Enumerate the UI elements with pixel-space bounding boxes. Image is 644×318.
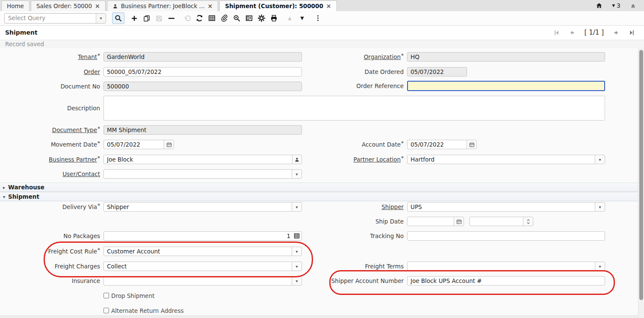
status-message: Record saved: [5, 41, 44, 47]
chevron-down-icon[interactable]: ▾: [595, 262, 605, 271]
delete-record-button[interactable]: [165, 13, 177, 24]
chevron-down-icon[interactable]: ▾: [292, 262, 302, 271]
vertical-scrollbar[interactable]: [638, 48, 644, 318]
section-warehouse[interactable]: ▸ Warehouse: [0, 183, 639, 192]
movement-date-label: Movement Date: [3, 140, 100, 149]
shipper-label[interactable]: Shipper: [305, 202, 404, 212]
detail-record-icon[interactable]: ▼: [296, 13, 308, 24]
print-icon[interactable]: [268, 13, 280, 24]
expanded-arrow-icon: ▾: [3, 194, 8, 199]
order-field[interactable]: [103, 67, 302, 77]
order-reference-field[interactable]: [407, 81, 605, 91]
section-shipment[interactable]: ▾ Shipment: [0, 192, 639, 201]
scrollbar-thumb[interactable]: [639, 50, 643, 300]
business-partner-label[interactable]: Business Partner: [3, 155, 100, 164]
zoom-across-icon[interactable]: [230, 13, 243, 24]
time-spinner[interactable]: [523, 217, 533, 226]
tab-sales-order[interactable]: Sales Order: 50000 ×: [31, 0, 106, 11]
home-icon[interactable]: [596, 2, 603, 9]
collapse-header-icon[interactable]: [630, 3, 636, 9]
ship-time-field[interactable]: [470, 217, 523, 226]
shipper-account-number-field[interactable]: [407, 276, 605, 286]
calendar-icon[interactable]: [164, 140, 174, 149]
attachment-icon[interactable]: [218, 13, 230, 24]
next-record-icon[interactable]: [612, 28, 621, 37]
copy-record-button[interactable]: [140, 13, 153, 24]
no-packages-label: No Packages: [3, 231, 100, 241]
partner-location-field[interactable]: [407, 155, 595, 164]
section-warehouse-title: Warehouse: [8, 184, 44, 191]
first-record-icon[interactable]: [552, 28, 561, 37]
shipment-form: Tenant Organization Order Date Ordered D…: [0, 48, 644, 318]
organization-label[interactable]: Organization: [305, 52, 404, 62]
tab-home[interactable]: Home: [1, 0, 30, 11]
tracking-no-label: Tracking No: [305, 231, 404, 241]
toggle-grid-icon[interactable]: [206, 13, 218, 24]
movement-date-field[interactable]: [103, 140, 164, 149]
chevron-down-icon[interactable]: ▾: [292, 276, 302, 286]
user-contact-field[interactable]: [103, 169, 292, 179]
freight-charges-field[interactable]: [103, 262, 292, 271]
page-title: Shipment: [5, 29, 38, 36]
freight-terms-field[interactable]: [407, 262, 595, 271]
caret-down-icon: ▼: [612, 3, 615, 8]
shipper-field[interactable]: [407, 202, 595, 212]
collapsed-arrow-icon: ▸: [3, 185, 8, 190]
user-icon: [112, 3, 118, 9]
user-contact-label[interactable]: User/Contact: [3, 169, 100, 179]
business-partner-field[interactable]: [103, 155, 292, 164]
freight-cost-rule-field[interactable]: [103, 247, 292, 256]
business-partner-record-icon[interactable]: [292, 155, 302, 164]
select-query-placeholder: Select Query: [8, 15, 45, 21]
chevron-down-icon[interactable]: ▾: [292, 169, 302, 179]
close-icon[interactable]: ×: [95, 3, 100, 9]
more-options-icon[interactable]: [312, 13, 324, 24]
window-count: 3: [617, 2, 620, 9]
status-bar: Record saved: [0, 40, 644, 49]
delivery-via-field[interactable]: [103, 202, 292, 212]
shipper-account-number-label: Shipper Account Number: [305, 276, 404, 286]
tenant-label[interactable]: Tenant: [3, 52, 100, 62]
ship-date-field[interactable]: [407, 217, 454, 226]
page-indicator: [ 1/1 ]: [585, 29, 604, 36]
window-list-dropdown[interactable]: ▼ 3: [612, 2, 620, 9]
order-reference-label: Order Reference: [305, 81, 404, 91]
chevron-down-icon[interactable]: ▾: [292, 247, 302, 256]
calendar-icon[interactable]: [454, 217, 464, 226]
report-icon[interactable]: [243, 13, 255, 24]
chevron-down-icon[interactable]: ▾: [292, 202, 302, 212]
chevron-down-icon[interactable]: ▾: [595, 202, 605, 212]
partner-location-label[interactable]: Partner Location: [305, 155, 404, 164]
tab-shipment-customer[interactable]: Shipment (Customer): 500000 ×: [219, 0, 337, 11]
tab-shipment-label: Shipment (Customer): 500000: [225, 3, 323, 9]
account-date-label: Account Date: [305, 140, 404, 149]
drop-shipment-checkbox[interactable]: [103, 293, 109, 298]
tab-home-label: Home: [7, 3, 24, 9]
requery-button[interactable]: [193, 13, 206, 24]
close-icon[interactable]: ×: [326, 3, 331, 9]
previous-record-icon[interactable]: [567, 28, 577, 37]
close-icon[interactable]: ×: [207, 3, 213, 9]
tracking-no-field[interactable]: [407, 231, 605, 241]
alternate-return-address-checkbox[interactable]: [103, 308, 109, 313]
insurance-field[interactable]: [103, 276, 292, 286]
account-date-field[interactable]: [407, 140, 467, 149]
order-label[interactable]: Order: [3, 67, 100, 77]
new-record-button[interactable]: [128, 13, 140, 24]
chevron-down-icon[interactable]: ▾: [595, 155, 605, 164]
calculator-icon[interactable]: [293, 233, 300, 239]
select-query-combo[interactable]: Select Query ▾: [4, 13, 106, 24]
process-gear-icon[interactable]: [255, 13, 268, 24]
tab-business-partner[interactable]: Business Partner: JoeBlock ... ×: [107, 0, 218, 11]
tabbar-right-controls: ▼ 3: [596, 0, 644, 11]
date-ordered-field: [407, 67, 467, 77]
no-packages-field[interactable]: [103, 231, 302, 241]
description-field[interactable]: [103, 96, 605, 121]
document-type-label[interactable]: Document Type: [3, 125, 100, 135]
undo-button: [181, 13, 193, 24]
chevron-down-icon[interactable]: ▾: [96, 14, 106, 23]
last-record-icon[interactable]: [627, 28, 636, 37]
drop-shipment-label: Drop Shipment: [111, 292, 155, 300]
calendar-icon[interactable]: [467, 140, 477, 149]
find-button[interactable]: [112, 12, 124, 24]
